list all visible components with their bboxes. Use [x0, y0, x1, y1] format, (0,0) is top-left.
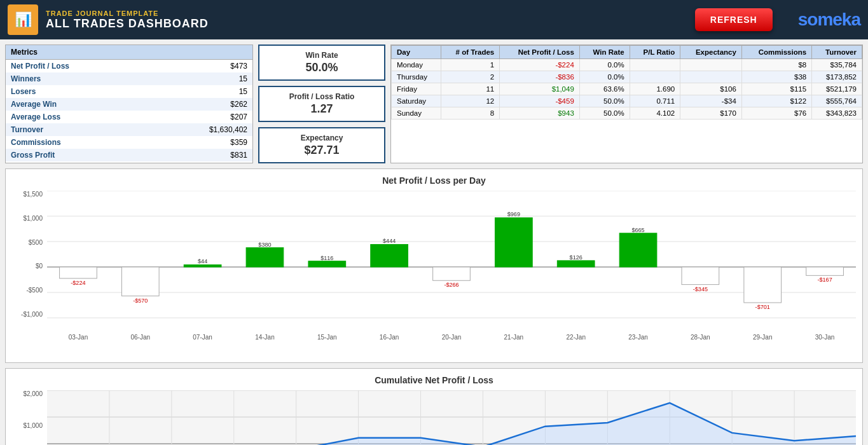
metric-value: $1,630,402: [151, 123, 252, 136]
plratio-cell: [630, 71, 680, 83]
metric-value: $831: [151, 149, 252, 161]
plratio-cell: 1.690: [630, 83, 680, 95]
bar: [246, 248, 284, 267]
metrics-row: Net Profit / Loss$473: [6, 60, 252, 72]
trades-cell: 11: [441, 83, 500, 95]
bar-value-label: -$345: [693, 286, 708, 292]
metrics-header: Metrics: [6, 45, 252, 60]
pl-cell: $943: [500, 107, 580, 120]
turnover-cell: $521,179: [812, 83, 862, 95]
bar-x-label: 30-Jan: [794, 334, 856, 341]
metric-label: Gross Profit: [6, 149, 151, 161]
y-label-500: $500: [12, 239, 43, 246]
y-label-1500: $1,500: [12, 191, 43, 198]
plratio-cell: [630, 59, 680, 71]
metric-label: Average Win: [6, 98, 151, 111]
bar-value-label: $444: [383, 238, 396, 245]
bar-value-label: -$224: [71, 280, 85, 286]
metrics-row: Average Loss$207: [6, 111, 252, 123]
line-chart-panel: Cumulative Net Profit / Loss $2,000 $1,0…: [5, 368, 863, 445]
bar-value-label: -$167: [817, 277, 832, 283]
day-table-header: Commissions: [741, 46, 811, 59]
day-table-row: Saturday 12 -$459 50.0% 0.711 -$34 $122 …: [392, 95, 862, 107]
trades-cell: 8: [441, 107, 500, 120]
bar-x-label: 23-Jan: [607, 334, 670, 341]
pl-ratio-box: Profit / Loss Ratio 1.27: [258, 86, 385, 122]
turnover-cell: $35,784: [812, 59, 862, 71]
line-y-axis: $2,000 $1,000 $0 -$1,000: [12, 390, 45, 445]
bar: [619, 233, 657, 267]
bar: [682, 267, 719, 285]
bar: [60, 267, 97, 278]
day-table-panel: Day# of TradesNet Profit / LossWin RateP…: [390, 44, 863, 163]
day-table-header: Expectancy: [680, 46, 742, 59]
day-table-header: Net Profit / Loss: [500, 46, 580, 59]
expectancy-cell: [680, 71, 742, 83]
bar-x-label: 07-Jan: [172, 334, 234, 341]
commissions-cell: $8: [741, 59, 811, 71]
pl-cell: -$459: [500, 95, 580, 107]
commissions-cell: $115: [741, 83, 811, 95]
day-cell: Thursday: [392, 71, 441, 83]
day-table-header: # of Trades: [441, 46, 500, 59]
commissions-cell: $38: [741, 71, 811, 83]
winrate-cell: 50.0%: [579, 95, 630, 107]
turnover-cell: $173,852: [812, 71, 862, 83]
day-table-header: Turnover: [812, 46, 862, 59]
metric-value: $359: [151, 136, 252, 149]
metrics-row: Winners15: [6, 72, 252, 85]
bar-value-label: -$266: [444, 282, 458, 288]
bar: [495, 217, 532, 267]
turnover-cell: $343,823: [812, 107, 862, 120]
winrate-cell: 0.0%: [579, 59, 630, 71]
metrics-row: Commissions$359: [6, 136, 252, 149]
day-table-header: Win Rate: [579, 46, 630, 59]
dashboard: Metrics Net Profit / Loss$473Winners15Lo…: [0, 39, 868, 445]
plratio-cell: 0.711: [630, 95, 680, 107]
bar-y-axis: $1,500 $1,000 $500 $0 -$500 -$1,000: [12, 191, 45, 318]
bar-value-label: $116: [320, 255, 333, 261]
line-y-1000: $1,000: [12, 422, 43, 429]
bar-value-label: -$570: [133, 298, 148, 304]
day-table-row: Thursday 2 -$836 0.0% $38 $173,852: [392, 71, 862, 83]
y-label-0: $0: [12, 263, 43, 270]
bar-x-label: 15-Jan: [296, 334, 358, 341]
bar-x-label: 29-Jan: [731, 334, 794, 341]
metric-value: 15: [151, 72, 252, 85]
bar-x-label: 21-Jan: [483, 334, 545, 341]
bar-chart-title: Net Profit / Loss per Day: [12, 175, 856, 186]
bar-x-labels: 03-Jan06-Jan07-Jan14-Jan15-Jan16-Jan20-J…: [47, 334, 856, 341]
line-chart-area: 03-Jan06-Jan07-Jan14-Jan15-Jan16-Jan20-J…: [47, 390, 856, 445]
win-rate-box: Win Rate 50.0%: [258, 44, 385, 81]
day-cell: Sunday: [392, 107, 441, 120]
bar-value-label: $380: [258, 242, 271, 248]
day-table-row: Sunday 8 $943 50.0% 4.102 $170 $76 $343,…: [392, 107, 862, 120]
metric-label: Net Profit / Loss: [6, 60, 151, 72]
bar: [121, 267, 159, 296]
day-cell: Monday: [392, 59, 441, 71]
pl-ratio-value: 1.27: [262, 102, 382, 116]
y-label-neg1000: -$1,000: [12, 311, 43, 318]
win-rate-label: Win Rate: [262, 51, 382, 60]
metrics-row: Gross Profit$831: [6, 149, 252, 161]
bar-value-label: $665: [631, 227, 644, 233]
bar: [557, 261, 595, 267]
header-text: TRADE JOURNAL TEMPLATE ALL TRADES DASHBO…: [46, 10, 695, 31]
turnover-cell: $555,764: [812, 95, 862, 107]
bar-chart-svg: -$224-$570$44$380$116$444-$266$969$126$6…: [47, 191, 856, 331]
bar-chart-panel: Net Profit / Loss per Day $1,500 $1,000 …: [5, 168, 863, 363]
bar-value-label: $126: [570, 254, 582, 261]
y-label-1000: $1,000: [12, 215, 43, 222]
refresh-button[interactable]: REFRESH: [695, 8, 773, 31]
expectancy-cell: [680, 59, 742, 71]
winrate-cell: 0.0%: [579, 71, 630, 83]
day-cell: Saturday: [392, 95, 441, 107]
top-panels: Metrics Net Profit / Loss$473Winners15Lo…: [5, 44, 863, 163]
bar-x-label: 20-Jan: [420, 334, 483, 341]
day-table-header: P/L Ratio: [630, 46, 680, 59]
bar: [371, 244, 408, 267]
day-table-row: Friday 11 $1,049 63.6% 1.690 $106 $115 $…: [392, 83, 862, 95]
line-chart-container: $2,000 $1,000 $0 -$1,000: [12, 390, 856, 445]
someka-logo: someka: [798, 10, 860, 30]
line-y-2000: $2,000: [12, 390, 43, 397]
